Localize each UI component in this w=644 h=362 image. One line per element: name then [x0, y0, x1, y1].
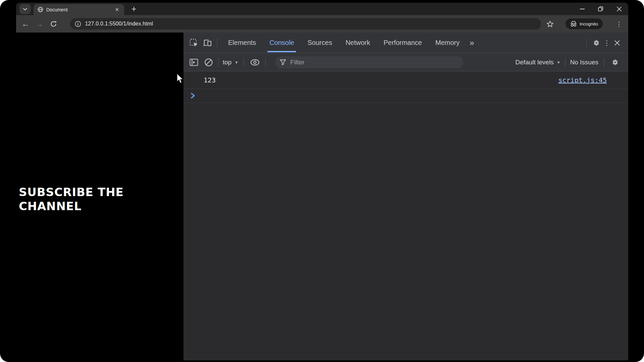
devtools-panel: Elements Console Sources Network Perform… — [183, 33, 628, 360]
devtools-tab-performance[interactable]: Performance — [377, 33, 429, 53]
restore-button[interactable] — [591, 3, 610, 15]
browser-window: Document ✕ + ← — [16, 3, 628, 360]
incognito-icon — [570, 21, 577, 27]
devtools-tab-memory[interactable]: Memory — [429, 33, 466, 53]
screen: Document ✕ + ← — [0, 0, 644, 362]
inspect-element-button[interactable] — [188, 37, 200, 49]
sidebar-panel-icon — [190, 59, 198, 66]
live-expression-button[interactable] — [249, 57, 261, 68]
restore-icon — [598, 6, 603, 11]
issues-status-label: No Issues — [570, 59, 598, 66]
divider — [565, 58, 566, 67]
minimize-button[interactable] — [573, 3, 591, 15]
clear-console-button[interactable] — [203, 57, 214, 68]
bookmark-button[interactable] — [546, 20, 557, 27]
eye-icon — [250, 59, 260, 66]
address-bar[interactable]: 127.0.0.1:5500/1/index.html — [70, 18, 541, 29]
console-message-row: 123 script.js:45 — [183, 71, 628, 89]
devtools-settings-button[interactable] — [591, 37, 602, 49]
issues-status[interactable]: No Issues — [570, 59, 598, 66]
window-controls — [573, 3, 628, 15]
incognito-badge: Incognito — [566, 18, 603, 29]
console-message-text: 123 — [204, 76, 216, 84]
devtools-tab-network[interactable]: Network — [339, 33, 377, 53]
filter-input[interactable] — [290, 59, 459, 66]
mouse-cursor — [177, 74, 184, 84]
funnel-icon — [280, 59, 286, 65]
minimize-icon — [580, 9, 585, 9]
chevron-double-right-icon: » — [470, 38, 474, 47]
chevron-down-icon: ▼ — [234, 60, 238, 64]
more-tabs-button[interactable]: » — [466, 38, 477, 48]
tab-title: Document — [46, 7, 111, 12]
tab-search-button[interactable] — [19, 4, 31, 14]
back-arrow-icon: ← — [21, 19, 29, 28]
divider — [586, 39, 587, 47]
browser-tab[interactable]: Document ✕ — [34, 4, 124, 15]
device-toolbar-button[interactable] — [202, 37, 213, 49]
devtools-tabbar-right: ⋮ — [582, 37, 623, 49]
url-text: 127.0.0.1:5500/1/index.html — [85, 21, 153, 27]
content-area: SUBSCRIBE THE CHANNEL — [16, 33, 628, 360]
console-source-link[interactable]: script.js:45 — [558, 76, 607, 84]
close-icon — [617, 7, 622, 11]
site-info-icon[interactable] — [75, 21, 81, 27]
browser-menu-button[interactable]: ⋮ — [614, 20, 624, 28]
log-levels-label: Default levels — [516, 59, 554, 66]
devtools-tab-sources[interactable]: Sources — [301, 33, 339, 53]
console-filter[interactable] — [275, 56, 463, 68]
reload-icon — [50, 20, 57, 27]
back-button[interactable]: ← — [20, 19, 30, 29]
gear-icon — [611, 58, 620, 67]
context-selector-label: top — [223, 59, 231, 66]
close-icon — [614, 40, 620, 46]
page-heading-line2: CHANNEL — [19, 199, 183, 213]
browser-toolbar: ← → 127.0.0.1:5500/1/index.html — [16, 15, 628, 33]
chevron-down-icon — [23, 8, 28, 11]
page-heading-line1: SUBSCRIBE THE — [19, 185, 183, 199]
globe-icon — [38, 7, 43, 12]
new-tab-button[interactable]: + — [128, 3, 140, 14]
divider — [265, 58, 266, 67]
page-heading: SUBSCRIBE THE CHANNEL — [19, 185, 183, 213]
divider — [244, 58, 244, 67]
console-toolbar: top ▼ — [183, 53, 628, 71]
kebab-menu-icon: ⋮ — [603, 39, 610, 47]
inspect-icon — [190, 39, 198, 47]
tab-strip: Document ✕ + — [16, 3, 628, 15]
chevron-down-icon: ▼ — [557, 60, 560, 64]
forward-button[interactable]: → — [35, 19, 44, 29]
incognito-label: Incognito — [580, 21, 598, 26]
devtools-close-button[interactable] — [611, 37, 623, 49]
video-frame: Document ✕ + ← — [0, 0, 644, 362]
console-sidebar-toggle-button[interactable] — [188, 57, 200, 68]
prompt-chevron-icon — [191, 93, 195, 99]
gear-icon — [592, 39, 601, 47]
clear-icon — [204, 58, 213, 67]
kebab-menu-icon: ⋮ — [616, 20, 622, 27]
devtools-tab-elements[interactable]: Elements — [221, 33, 263, 53]
forward-arrow-icon: → — [36, 19, 43, 28]
device-toolbar-icon — [203, 39, 212, 47]
devtools-menu-button[interactable]: ⋮ — [602, 37, 611, 49]
divider — [604, 58, 604, 67]
devtools-tab-console[interactable]: Console — [263, 33, 301, 53]
divider — [218, 58, 219, 67]
web-page: SUBSCRIBE THE CHANNEL — [16, 33, 183, 360]
tab-close-icon[interactable]: ✕ — [114, 7, 120, 13]
console-toolbar-right: Default levels ▼ No Issues — [516, 57, 621, 68]
star-icon — [546, 20, 554, 27]
divider — [217, 39, 217, 47]
log-levels-selector[interactable]: Default levels ▼ — [516, 59, 560, 66]
context-selector[interactable]: top ▼ — [223, 59, 238, 66]
console-settings-button[interactable] — [609, 57, 621, 68]
reload-button[interactable] — [49, 19, 58, 29]
devtools-tabbar: Elements Console Sources Network Perform… — [183, 33, 628, 53]
console-prompt-row[interactable] — [183, 89, 628, 103]
close-window-button[interactable] — [610, 3, 628, 15]
